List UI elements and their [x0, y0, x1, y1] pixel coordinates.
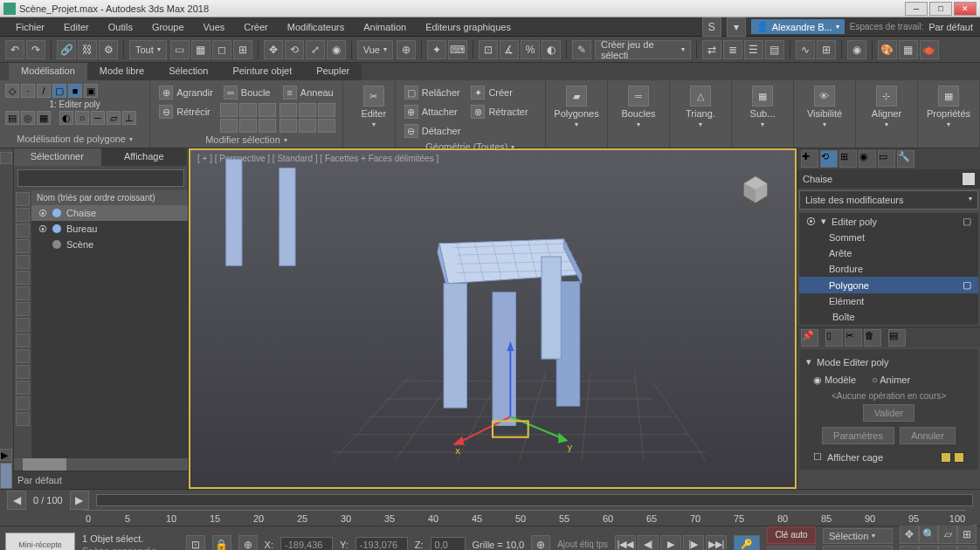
scene-tab-select[interactable]: Sélectionner	[14, 148, 101, 166]
filter-helpers-icon[interactable]	[16, 255, 30, 269]
goto-start-button[interactable]: |◀◀	[615, 535, 636, 551]
viewcube[interactable]	[734, 168, 777, 211]
time-tag-label[interactable]: Ajout étiq tps	[557, 540, 608, 549]
maximize-button[interactable]: □	[929, 2, 952, 16]
render-button[interactable]: 🫖	[920, 40, 939, 59]
filter-frozen-icon[interactable]	[16, 349, 30, 363]
stack-element[interactable]: Elément	[799, 293, 978, 309]
loops-panel-button[interactable]: ═Boucles▾	[613, 84, 664, 130]
scene-list-header[interactable]: Nom (triés par ordre croissant)	[31, 190, 188, 205]
menu-outils[interactable]: Outils	[100, 20, 141, 34]
curve-editor-button[interactable]: ∿	[796, 40, 815, 59]
schematic-view-button[interactable]: ⊞	[817, 40, 836, 59]
select-by-name-button[interactable]: ▦	[191, 40, 210, 59]
placement-button[interactable]: ◉	[327, 40, 346, 59]
coord-z-field[interactable]	[431, 537, 466, 551]
menu-vues[interactable]: Vues	[195, 20, 234, 34]
time-next-button[interactable]: ▶	[70, 491, 89, 510]
object-color-swatch[interactable]	[963, 173, 975, 185]
collapse-button[interactable]: ⊗Rétracter	[467, 103, 531, 120]
render-frame-button[interactable]: ▦	[899, 40, 918, 59]
render-setup-button[interactable]: 🎨	[878, 40, 897, 59]
loop-tool-1[interactable]	[220, 103, 238, 117]
loop-tool-4[interactable]	[220, 119, 238, 133]
nav-max-button[interactable]: ▢	[919, 546, 938, 551]
subobj-element-icon[interactable]: ▣	[84, 84, 98, 98]
modify-tab-icon[interactable]: ⟲	[820, 150, 838, 168]
menu-animation[interactable]: Animation	[355, 20, 415, 34]
visibility-icon[interactable]: ⦿	[38, 209, 47, 218]
script-button[interactable]: S	[702, 17, 721, 37]
loop-button[interactable]: ═Boucle	[220, 84, 276, 101]
remove-modifier-icon[interactable]: 🗑	[864, 329, 881, 347]
show-end-result-icon[interactable]: ▯	[825, 329, 843, 347]
utilities-tab-icon[interactable]: 🔧	[897, 150, 914, 168]
layers-button[interactable]: ☰	[744, 40, 763, 59]
named-selection-dropdown[interactable]: Créer jeu de sélecti▾	[595, 40, 691, 59]
filter-all-icon[interactable]	[16, 381, 30, 395]
create-tab-icon[interactable]: ✚	[801, 150, 818, 168]
align-panel-button[interactable]: ⊹Aligner▾	[861, 84, 912, 130]
user-account[interactable]: 👤Alexandre B...▾	[751, 19, 845, 34]
panel-title-modsel[interactable]: Modifier sélection▾	[155, 133, 337, 145]
constraint-normal-icon[interactable]: ⊥	[122, 111, 136, 125]
move-button[interactable]: ✥	[264, 40, 283, 59]
hierarchy-tab-icon[interactable]: ⊞	[839, 150, 857, 168]
filter-hidden-icon[interactable]	[16, 365, 30, 379]
create-geom-button[interactable]: ✦Créer	[467, 84, 531, 101]
use-soft-icon[interactable]: ◐	[59, 111, 73, 125]
stack-polygone[interactable]: Polygone▢	[799, 277, 978, 293]
menu-modificateurs[interactable]: Modificateurs	[279, 20, 353, 34]
undo-button[interactable]: ↶	[5, 40, 24, 59]
preview-icon[interactable]: ◎	[21, 111, 35, 125]
mirror-button[interactable]: ⇄	[702, 40, 721, 59]
named-sel-edit-button[interactable]: ✎	[572, 40, 591, 59]
subobj-polygon-icon[interactable]: ■	[68, 84, 82, 98]
ring-tool-5[interactable]	[299, 119, 316, 133]
nav-orbit-button[interactable]: ⟲	[900, 546, 919, 551]
nav-zoom-button[interactable]: 🔍	[919, 525, 938, 544]
filter-spacewarps-icon[interactable]	[16, 271, 30, 285]
gutter-tool-1[interactable]	[0, 152, 12, 164]
window-crossing-button[interactable]: ⊞	[233, 40, 252, 59]
nav-zoom-ext-button[interactable]: ⊡	[938, 546, 957, 551]
menu-creer[interactable]: Créer	[235, 20, 277, 34]
subobj-border-icon[interactable]: ▢	[52, 84, 66, 98]
selection-filter[interactable]: Tout▾	[129, 40, 167, 59]
scene-item-scene[interactable]: Scène	[31, 237, 188, 252]
unlink-button[interactable]: ⛓	[78, 40, 97, 59]
select-region-button[interactable]: ◻	[212, 40, 231, 59]
nav-pan-button[interactable]: ✥	[900, 525, 919, 544]
time-prev-button[interactable]: ◀	[7, 491, 26, 510]
select-button[interactable]: ▭	[170, 40, 190, 59]
spinner-snap-button[interactable]: ◐	[542, 40, 561, 59]
configure-sets-icon[interactable]: ▤	[888, 329, 906, 347]
filter-bones-icon[interactable]	[16, 318, 30, 332]
ring-tool-3[interactable]	[318, 103, 335, 117]
play-button[interactable]: ▶	[660, 535, 681, 551]
workspace-value[interactable]: Par défaut	[928, 22, 973, 32]
polygons-panel-button[interactable]: ▰Polygones▾	[551, 84, 602, 130]
next-frame-button[interactable]: |▶	[683, 535, 704, 551]
set-key-mode-button[interactable]: Déf. clé	[767, 546, 816, 551]
ring-tool-1[interactable]	[280, 103, 297, 117]
stack-boite[interactable]: Boîte	[799, 309, 978, 325]
make-unique-icon[interactable]: ✂	[845, 329, 862, 347]
relax-button[interactable]: ▢Relâcher	[401, 84, 465, 101]
angle-snap-button[interactable]: ∡	[500, 40, 519, 59]
afficher-cage-checkbox[interactable]: ☐ Afficher cage	[803, 448, 975, 466]
scene-item-chaise[interactable]: ⦿Chaise	[31, 205, 188, 221]
visibility-panel-button[interactable]: 👁Visibilité▾	[799, 84, 850, 130]
rotate-button[interactable]: ⟲	[285, 40, 304, 59]
constraint-none-icon[interactable]: ○	[75, 111, 89, 125]
bind-button[interactable]: ⚙	[99, 40, 118, 59]
time-ruler[interactable]: 0510152025303540455055606570758085909510…	[84, 510, 973, 526]
modifier-stack-icon[interactable]: ▤	[5, 111, 19, 125]
ignore-back-icon[interactable]: ▦	[37, 111, 51, 125]
subdiv-panel-button[interactable]: ▦Sub...▾	[737, 84, 788, 130]
ring-tool-6[interactable]	[318, 119, 335, 133]
scene-item-bureau[interactable]: ⦿Bureau	[31, 221, 188, 237]
grow-button[interactable]: ⊕Agrandir	[155, 84, 217, 101]
filter-lights-icon[interactable]	[16, 223, 30, 237]
scene-search-input[interactable]	[17, 169, 184, 187]
